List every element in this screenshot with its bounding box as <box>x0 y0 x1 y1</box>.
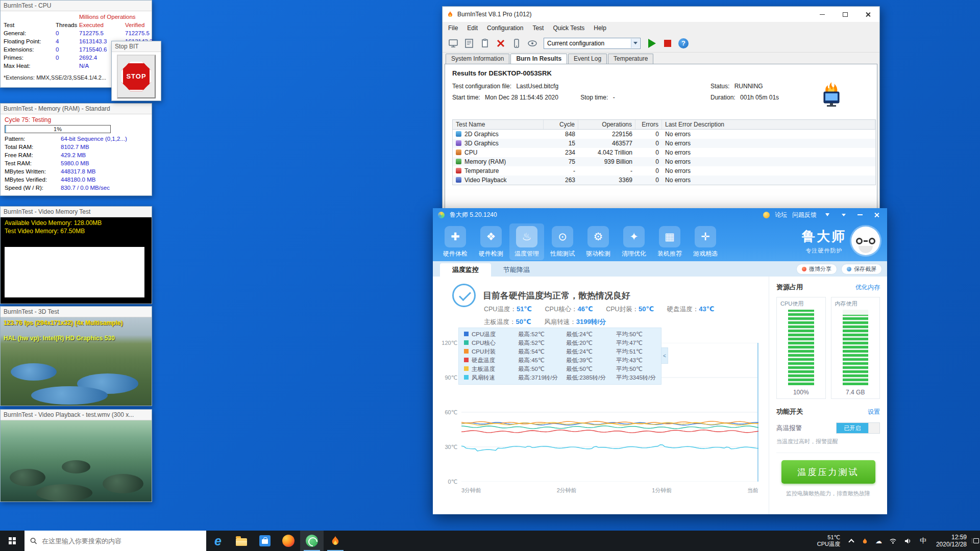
settings-link[interactable]: 设置 <box>868 408 880 416</box>
table-row[interactable]: Memory (RAM) 75 939 Billion 0 No errors <box>453 157 875 166</box>
legend-collapse-button[interactable]: < <box>661 347 668 364</box>
cpu-col-executed: Executed <box>79 21 125 29</box>
menu-quick-tests[interactable]: Quick Tests <box>548 23 589 33</box>
tab-temperature[interactable]: Temperature <box>608 54 653 64</box>
main-title-bar[interactable]: BurnInTest V8.1 Pro (1012) <box>443 7 879 22</box>
ime-indicator[interactable]: 中 <box>915 536 931 545</box>
menu-configuration[interactable]: Configuration <box>482 23 528 33</box>
stop-sign-icon: STOP <box>121 62 151 91</box>
memory-window-title[interactable]: BurnInTest - Memory (RAM) - Standard <box>1 104 152 114</box>
memory-field-value: 429.2 MB <box>61 151 148 159</box>
minimize-button[interactable] <box>854 210 866 219</box>
vip-icon[interactable] <box>763 212 770 218</box>
stop-tests-button[interactable] <box>661 37 674 50</box>
masterlu-title-bar[interactable]: 鲁大师 5.20.1240 论坛 问题反馈 <box>433 208 887 221</box>
network-icon[interactable] <box>886 538 900 544</box>
taskbar-burnintest[interactable] <box>324 531 347 551</box>
cpu-window-title[interactable]: BurnInTest - CPU <box>1 1 152 11</box>
scan-icon[interactable] <box>526 37 539 50</box>
optimize-memory-link[interactable]: 优化内存 <box>855 283 880 292</box>
nav-build-recommend[interactable]: ▦装机推荐 <box>652 223 687 260</box>
table-row[interactable]: CPU 234 4.042 Trillion 0 No errors <box>453 148 875 157</box>
stop-bit-title[interactable]: Stop BIT <box>112 41 161 52</box>
certificate-icon[interactable] <box>462 37 476 50</box>
taskbar-search[interactable] <box>24 531 206 551</box>
search-input[interactable] <box>42 537 201 545</box>
3d-window-title[interactable]: BurnInTest - 3D Test <box>1 307 152 317</box>
masterlu-gauge-icon <box>306 535 318 547</box>
high-temp-alarm-toggle[interactable]: 已开启 <box>836 422 880 434</box>
chevron-up-icon[interactable] <box>848 539 854 544</box>
report-icon[interactable] <box>447 37 460 50</box>
tab-system-information[interactable]: System Information <box>446 54 509 64</box>
menu-help[interactable]: Help <box>589 23 611 33</box>
taskbar-clock[interactable]: 12:59 2020/12/28 <box>931 534 972 548</box>
switches-title: 功能开关 <box>776 407 803 416</box>
forum-link[interactable]: 论坛 <box>775 211 787 219</box>
nav-games[interactable]: ✛游戏精选 <box>688 223 723 260</box>
table-row[interactable]: Temperature - - 0 No errors <box>453 166 875 176</box>
taskbar-edge[interactable]: e <box>206 531 230 551</box>
build-icon: ▦ <box>659 226 680 247</box>
memory-field-value: 5980.0 MB <box>61 159 148 167</box>
chevron-down-icon[interactable] <box>838 210 849 219</box>
mobile-device-icon[interactable] <box>510 37 523 50</box>
help-button[interactable]: ? <box>677 37 690 50</box>
taskbar-masterlu[interactable] <box>300 531 324 551</box>
nav-performance[interactable]: ⊙性能测试 <box>545 223 580 260</box>
stop-bit-button[interactable]: STOP <box>117 55 156 98</box>
close-button[interactable] <box>856 7 879 22</box>
start-time-value: Mon Dec 28 11:54:45 2020 <box>485 94 558 101</box>
cpu-row-executed: 712275.5 <box>79 29 125 37</box>
maximize-button[interactable] <box>834 7 856 22</box>
download-icon[interactable] <box>822 210 833 219</box>
menu-test[interactable]: Test <box>528 23 548 33</box>
menu-file[interactable]: File <box>444 23 462 33</box>
tray-flame-icon[interactable] <box>858 538 872 544</box>
burning-monitor-icon <box>820 82 843 110</box>
feedback-link[interactable]: 问题反馈 <box>792 211 817 219</box>
save-screenshot-button[interactable]: 保存截屏 <box>841 264 882 274</box>
menu-edit[interactable]: Edit <box>462 23 482 33</box>
volume-icon[interactable] <box>900 538 915 544</box>
stop-bit-window: Stop BIT STOP <box>111 41 161 101</box>
nav-hardware-detect[interactable]: ❖硬件检测 <box>474 223 508 260</box>
cpu-row-threads <box>56 62 79 70</box>
camera-icon <box>847 267 851 271</box>
minimize-button[interactable] <box>811 7 834 22</box>
table-row[interactable]: 2D Graphics 848 229156 0 No errors <box>453 130 875 139</box>
tab-temp-monitor[interactable]: 温度监控 <box>440 263 491 277</box>
chevron-down-icon[interactable] <box>631 39 640 48</box>
nav-hardware-checkup[interactable]: ✚硬件体检 <box>438 223 473 260</box>
folder-icon <box>236 538 247 546</box>
tab-burn-in-results[interactable]: Burn In Results <box>510 54 567 64</box>
nav-cleanup[interactable]: ✦清理优化 <box>617 223 651 260</box>
cloud-icon[interactable]: ☁ <box>872 537 886 545</box>
help-icon: ? <box>678 38 689 48</box>
weibo-share-button[interactable]: 微博分享 <box>796 264 837 274</box>
videomem-window-title[interactable]: BurnInTest - Video Memory Test <box>1 207 152 217</box>
action-center-button[interactable] <box>972 538 980 543</box>
configuration-select[interactable]: Current configuration <box>544 38 641 49</box>
delete-icon[interactable] <box>494 37 507 50</box>
playback-window-title[interactable]: BurnInTest - Video Playback - test.wmv (… <box>1 410 152 420</box>
start-tests-button[interactable] <box>645 37 658 50</box>
temperature-stress-test-button[interactable]: 温度压力测试 <box>781 460 875 484</box>
taskbar-store[interactable] <box>253 531 277 551</box>
masterlu-logo-icon <box>438 212 445 218</box>
table-row[interactable]: Video Playback 263 3369 0 No errors <box>453 176 875 185</box>
close-button[interactable] <box>871 210 882 219</box>
taskbar-firefox[interactable] <box>277 531 300 551</box>
tab-energy-saving[interactable]: 节能降温 <box>491 263 542 277</box>
taskbar-file-explorer[interactable] <box>230 531 253 551</box>
nav-driver[interactable]: ⚙驱动检测 <box>581 223 616 260</box>
gamepad-icon: ✛ <box>695 226 716 247</box>
nav-temperature[interactable]: ♨温度管理 <box>509 223 544 260</box>
start-button[interactable] <box>0 531 24 551</box>
mascot-avatar <box>851 227 880 255</box>
table-row[interactable]: 3D Graphics 15 463577 0 No errors <box>453 139 875 148</box>
copy-icon[interactable] <box>478 37 492 50</box>
tray-cpu-temp[interactable]: 51℃ CPU温度 <box>813 534 845 547</box>
tab-event-log[interactable]: Event Log <box>568 54 607 64</box>
results-table-header: Test Name Cycle Operations Errors Last E… <box>453 120 875 130</box>
